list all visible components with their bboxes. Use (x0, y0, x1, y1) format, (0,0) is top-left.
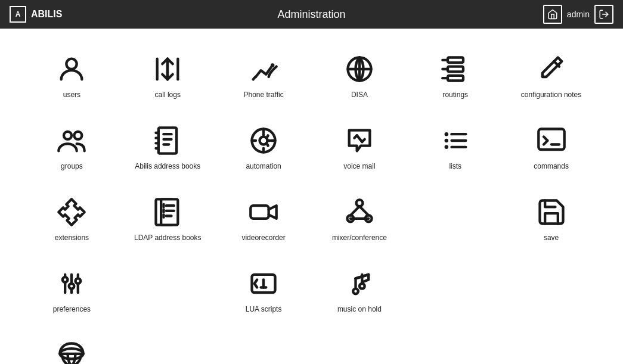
groups-label: groups (61, 162, 83, 172)
grid-item-configuration-notes[interactable]: configuration notes (503, 41, 599, 106)
music-on-hold-label: music on hold (337, 305, 382, 315)
svg-point-15 (64, 132, 72, 139)
groups-icon (54, 123, 89, 158)
disa-label: DISA (351, 91, 368, 100)
svg-point-16 (75, 132, 82, 139)
ldap-address-books-icon (150, 194, 185, 230)
voice-mail-label: voice mail (343, 162, 375, 172)
svg-line-51 (351, 206, 359, 215)
svg-rect-37 (538, 129, 564, 150)
grid-item-ldap-address-books[interactable]: LDAP address books (120, 183, 216, 249)
logout-button[interactable] (594, 5, 613, 24)
mixer-conference-label: mixer/conference (332, 234, 387, 243)
preferences-icon (54, 266, 89, 301)
grid-item-commands[interactable]: commands (503, 112, 599, 178)
svg-rect-47 (250, 206, 268, 219)
configuration-notes-icon (534, 51, 569, 87)
grid-item-mixer-conference[interactable]: mixer/conference (311, 183, 407, 249)
extensions-icon (54, 194, 89, 230)
save-icon (534, 194, 569, 230)
grid-item-phone-traffic[interactable]: Phone traffic (216, 41, 312, 106)
svg-point-57 (63, 277, 68, 282)
grid-item-lua-scripts[interactable]: LUA scripts (216, 255, 312, 321)
grid-item-empty4 (503, 255, 599, 321)
grid-item-empty2 (120, 255, 216, 321)
grid-item-lists[interactable]: lists (407, 112, 503, 178)
icon-grid: users call logs (24, 41, 599, 364)
grid-item-empty5 (120, 326, 216, 364)
svg-point-33 (444, 139, 448, 143)
grid-item-extensions[interactable]: extensions (24, 183, 120, 249)
commands-icon (534, 123, 569, 158)
abilis-address-books-label: Abilis address books (135, 162, 200, 172)
grid-item-empty8 (407, 326, 503, 364)
save-label: save (544, 234, 559, 243)
lists-label: lists (449, 162, 461, 172)
logo: A ABILIS (10, 6, 62, 23)
header: A ABILIS Administration admin (0, 0, 623, 29)
admin-label: admin (567, 10, 590, 19)
svg-point-31 (444, 132, 448, 136)
users-icon (54, 51, 89, 87)
grid-item-automation[interactable]: automation (216, 112, 312, 178)
svg-rect-9 (448, 67, 463, 72)
lua-scripts-label: LUA scripts (246, 305, 282, 315)
header-right: admin (543, 5, 613, 24)
grid-item-music-on-hold[interactable]: music on hold (311, 255, 407, 321)
svg-point-1 (67, 59, 77, 69)
routings-icon (438, 51, 473, 87)
videorecorder-label: videorecorder (241, 234, 285, 243)
grid-item-preferences[interactable]: preferences (24, 255, 120, 321)
svg-point-68 (359, 284, 365, 289)
commands-label: commands (534, 162, 569, 172)
svg-rect-8 (448, 58, 463, 63)
grid-item-empty9 (503, 326, 599, 364)
routings-label: routings (442, 91, 468, 100)
svg-rect-10 (448, 76, 463, 81)
grid-item-virtual-office[interactable]: virtual office (24, 326, 120, 364)
grid-item-empty1 (407, 183, 503, 249)
extensions-label: extensions (55, 234, 89, 243)
videorecorder-icon (246, 194, 281, 230)
grid-item-abilis-address-books[interactable]: Abilis address books (120, 112, 216, 178)
phone-traffic-label: Phone traffic (243, 91, 283, 100)
automation-icon (246, 123, 281, 158)
phone-traffic-icon (246, 51, 281, 87)
lists-icon (438, 123, 473, 158)
page-title: Administration (277, 8, 345, 21)
svg-point-58 (69, 284, 75, 289)
svg-line-52 (359, 206, 368, 215)
call-logs-label: call logs (155, 91, 181, 100)
main-content: users call logs (0, 29, 623, 364)
call-logs-icon (150, 51, 185, 87)
grid-item-voice-mail[interactable]: voice mail (311, 112, 407, 178)
lua-scripts-icon (246, 266, 281, 301)
disa-icon (342, 51, 377, 87)
automation-label: automation (246, 162, 281, 172)
svg-point-59 (76, 279, 81, 284)
music-on-hold-icon (342, 266, 377, 301)
grid-item-users[interactable]: users (24, 41, 120, 106)
grid-item-groups[interactable]: groups (24, 112, 120, 178)
grid-item-empty6 (216, 326, 312, 364)
grid-item-empty3 (407, 255, 503, 321)
ldap-address-books-label: LDAP address books (134, 234, 202, 243)
svg-point-67 (353, 289, 358, 294)
logo-box: A (10, 6, 26, 23)
users-label: users (63, 91, 80, 100)
voice-mail-icon (342, 123, 377, 158)
virtual-office-icon (54, 337, 89, 364)
svg-point-6 (271, 63, 275, 67)
abilis-address-books-icon (150, 123, 185, 158)
home-button[interactable] (543, 5, 562, 24)
grid-item-call-logs[interactable]: call logs (120, 41, 216, 106)
logo-text: ABILIS (31, 9, 62, 20)
svg-point-26 (260, 137, 268, 145)
grid-item-routings[interactable]: routings (407, 41, 503, 106)
svg-line-14 (554, 61, 559, 67)
grid-item-save[interactable]: save (503, 183, 599, 249)
svg-point-35 (444, 145, 448, 150)
mixer-conference-icon (342, 194, 377, 230)
grid-item-videorecorder[interactable]: videorecorder (216, 183, 312, 249)
grid-item-disa[interactable]: DISA (311, 41, 407, 106)
